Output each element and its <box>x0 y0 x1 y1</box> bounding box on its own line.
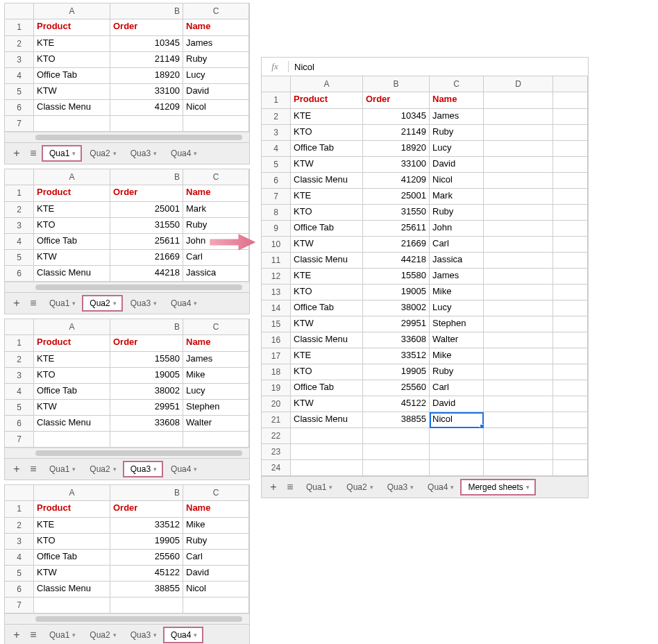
data-cell[interactable] <box>34 432 110 448</box>
data-cell[interactable]: KTE <box>291 348 363 364</box>
data-cell[interactable]: Name <box>183 185 249 202</box>
column-header[interactable]: C <box>183 3 249 19</box>
data-cell[interactable]: Classic Menu <box>291 173 363 189</box>
row-header[interactable]: 4 <box>5 68 34 84</box>
data-cell[interactable] <box>363 444 430 460</box>
data-cell[interactable]: 25611 <box>363 221 430 237</box>
data-cell[interactable]: Mike <box>430 348 484 364</box>
data-cell[interactable] <box>34 598 110 613</box>
data-cell[interactable]: 45122 <box>110 566 183 582</box>
row-header[interactable]: 6 <box>262 173 291 189</box>
row-header[interactable]: 10 <box>262 237 291 253</box>
data-cell[interactable]: KTE <box>34 202 110 218</box>
data-cell[interactable]: Classic Menu <box>34 266 110 282</box>
data-cell[interactable]: 21149 <box>110 52 183 68</box>
data-cell[interactable]: KTO <box>291 285 363 300</box>
row-header[interactable]: 21 <box>262 412 291 428</box>
data-cell[interactable] <box>484 205 553 221</box>
all-sheets-button[interactable]: ≡ <box>26 146 41 161</box>
data-cell[interactable]: KTW <box>34 566 110 582</box>
all-sheets-button[interactable]: ≡ <box>26 296 41 311</box>
data-cell[interactable]: Classic Menu <box>34 100 110 116</box>
data-cell[interactable] <box>553 141 588 157</box>
row-header[interactable]: 9 <box>262 221 291 237</box>
data-cell[interactable]: 44218 <box>363 253 430 269</box>
data-cell[interactable] <box>553 237 588 253</box>
sheet-tab-qua1[interactable]: Qua1▾ <box>299 480 338 495</box>
data-cell[interactable]: 25001 <box>363 189 430 205</box>
data-cell[interactable]: KTW <box>34 250 110 266</box>
data-cell[interactable] <box>553 157 588 173</box>
data-cell[interactable]: KTE <box>291 189 363 205</box>
data-cell[interactable] <box>553 364 588 380</box>
all-sheets-button[interactable]: ≡ <box>282 480 298 495</box>
data-cell[interactable]: Jassica <box>430 253 484 269</box>
data-cell[interactable] <box>553 285 588 300</box>
data-cell[interactable]: Carl <box>183 550 249 566</box>
formula-value[interactable]: Nicol <box>289 62 314 72</box>
row-header[interactable]: 3 <box>5 368 34 384</box>
data-cell[interactable]: KTW <box>291 157 363 173</box>
data-cell[interactable]: KTO <box>291 205 363 221</box>
column-header[interactable]: D <box>484 76 553 92</box>
data-cell[interactable]: Name <box>183 501 249 518</box>
sheet-tab-qua2[interactable]: Qua2▾ <box>83 461 121 477</box>
data-cell[interactable]: 45122 <box>363 396 430 412</box>
data-cell[interactable] <box>484 269 553 285</box>
data-cell[interactable]: Mike <box>183 518 249 534</box>
column-header[interactable]: C <box>430 76 484 92</box>
data-cell[interactable]: Classic Menu <box>291 332 363 348</box>
all-sheets-button[interactable]: ≡ <box>26 461 41 477</box>
row-header[interactable]: 1 <box>262 92 291 109</box>
data-cell[interactable]: Carl <box>183 250 249 266</box>
data-cell[interactable] <box>553 205 588 221</box>
row-header[interactable]: 6 <box>5 100 34 116</box>
row-header[interactable]: 5 <box>262 157 291 173</box>
data-cell[interactable] <box>291 460 363 476</box>
data-cell[interactable]: 38855 <box>110 582 183 598</box>
data-cell[interactable]: Office Tab <box>291 300 363 316</box>
data-cell[interactable] <box>553 348 588 364</box>
data-cell[interactable]: John <box>183 234 249 250</box>
data-cell[interactable]: 19005 <box>363 285 430 300</box>
data-cell[interactable] <box>484 412 553 428</box>
data-cell[interactable]: Product <box>34 501 110 518</box>
data-cell[interactable] <box>110 116 183 132</box>
column-header[interactable]: C <box>183 319 249 334</box>
column-header[interactable]: C <box>183 485 249 500</box>
data-cell[interactable]: 10345 <box>363 109 430 125</box>
column-header[interactable]: B <box>110 485 183 500</box>
add-sheet-button[interactable]: + <box>9 461 24 477</box>
row-header[interactable]: 20 <box>262 396 291 412</box>
row-header[interactable]: 12 <box>262 269 291 285</box>
data-cell[interactable]: Classic Menu <box>34 416 110 432</box>
all-sheets-button[interactable]: ≡ <box>26 627 41 643</box>
data-cell[interactable]: 44218 <box>110 266 183 282</box>
data-cell[interactable] <box>484 364 553 380</box>
data-cell[interactable] <box>553 332 588 348</box>
row-header[interactable]: 6 <box>5 416 34 432</box>
data-cell[interactable]: 21669 <box>363 237 430 253</box>
row-header[interactable]: 4 <box>5 550 34 566</box>
data-cell[interactable]: 33512 <box>110 518 183 534</box>
data-cell[interactable]: Product <box>34 185 110 202</box>
row-header[interactable]: 2 <box>5 518 34 534</box>
data-cell[interactable]: 38002 <box>363 300 430 316</box>
data-cell[interactable] <box>183 432 249 448</box>
row-header[interactable]: 1 <box>5 335 34 352</box>
row-header[interactable]: 19 <box>262 380 291 396</box>
data-cell[interactable]: Office Tab <box>34 384 110 400</box>
data-cell[interactable]: Mike <box>183 368 249 384</box>
data-cell[interactable]: 21669 <box>110 250 183 266</box>
data-cell[interactable] <box>484 237 553 253</box>
data-cell[interactable]: Name <box>183 335 249 352</box>
data-cell[interactable]: Ruby <box>430 125 484 141</box>
sheet-tab-qua1[interactable]: Qua1▾ <box>42 627 81 643</box>
data-cell[interactable] <box>34 116 110 132</box>
data-cell[interactable]: 33100 <box>363 157 430 173</box>
add-sheet-button[interactable]: + <box>9 296 24 311</box>
data-cell[interactable] <box>553 253 588 269</box>
data-cell[interactable]: Order <box>110 501 183 518</box>
column-header[interactable]: B <box>110 169 183 185</box>
data-cell[interactable]: John <box>430 221 484 237</box>
